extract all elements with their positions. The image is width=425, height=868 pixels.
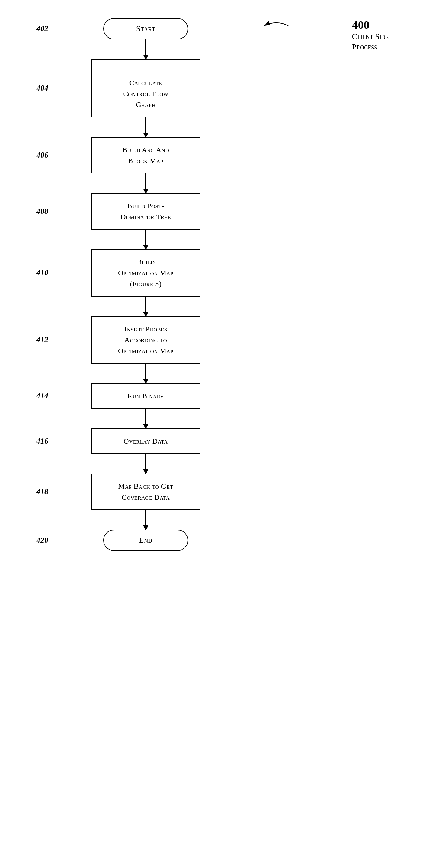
figure-title-line1: Client Side bbox=[352, 32, 389, 42]
figure-title-line2: Process bbox=[352, 42, 389, 52]
node-insert-probes: Insert ProbesAccording toOptimization Ma… bbox=[91, 316, 200, 364]
step-build-arc-wrapper: 406 Build Arc AndBlock Map bbox=[61, 137, 231, 174]
step-build-opt-wrapper: 410 BuildOptimization Map(Figure 5) bbox=[61, 249, 231, 297]
label-402: 402 bbox=[36, 24, 48, 33]
step-build-post-wrapper: 408 Build Post-Dominator Tree bbox=[61, 193, 231, 229]
arrow-4 bbox=[145, 229, 146, 249]
label-416: 416 bbox=[36, 437, 48, 446]
arrow-9 bbox=[145, 510, 146, 530]
step-insert-probes-wrapper: 412 Insert ProbesAccording toOptimizatio… bbox=[61, 316, 231, 364]
figure-title-area: 400 Client Side Process bbox=[352, 18, 389, 52]
arrow-2 bbox=[145, 117, 146, 137]
node-run-binary: Run Binary bbox=[91, 383, 200, 409]
arrow-7 bbox=[145, 409, 146, 428]
arrow-6 bbox=[145, 364, 146, 383]
node-build-arc: Build Arc AndBlock Map bbox=[91, 137, 200, 174]
label-404: 404 bbox=[36, 84, 48, 93]
step-map-back-wrapper: 418 Map Back to GetCoverage Data bbox=[61, 473, 231, 510]
label-408: 408 bbox=[36, 207, 48, 216]
label-420: 420 bbox=[36, 536, 48, 545]
arrow-3 bbox=[145, 174, 146, 193]
title-arrow-svg bbox=[258, 17, 294, 35]
step-calc-cfg-wrapper: 404 CalculateControl FlowGraph bbox=[61, 59, 231, 117]
diagram-container: 400 Client Side Process 402 Start 404 Ca… bbox=[0, 0, 425, 868]
figure-number: 400 bbox=[352, 18, 389, 32]
step-start-wrapper: 402 Start bbox=[61, 18, 231, 39]
node-build-post: Build Post-Dominator Tree bbox=[91, 193, 200, 229]
arrow-1 bbox=[145, 39, 146, 59]
label-418: 418 bbox=[36, 487, 48, 496]
node-overlay-data: Overlay Data bbox=[91, 428, 200, 454]
label-406: 406 bbox=[36, 151, 48, 160]
step-end-wrapper: 420 End bbox=[61, 530, 231, 551]
node-calc-cfg: CalculateControl FlowGraph bbox=[91, 59, 200, 117]
node-start: Start bbox=[103, 18, 188, 39]
arrow-5 bbox=[145, 297, 146, 316]
node-end: End bbox=[103, 530, 188, 551]
label-414: 414 bbox=[36, 392, 48, 401]
step-run-binary-wrapper: 414 Run Binary bbox=[61, 383, 231, 409]
node-map-back: Map Back to GetCoverage Data bbox=[91, 473, 200, 510]
flow-column: 402 Start 404 CalculateControl FlowGraph… bbox=[61, 18, 231, 551]
step-overlay-data-wrapper: 416 Overlay Data bbox=[61, 428, 231, 454]
arrow-8 bbox=[145, 454, 146, 473]
label-410: 410 bbox=[36, 268, 48, 277]
label-412: 412 bbox=[36, 335, 48, 344]
node-build-opt: BuildOptimization Map(Figure 5) bbox=[91, 249, 200, 297]
